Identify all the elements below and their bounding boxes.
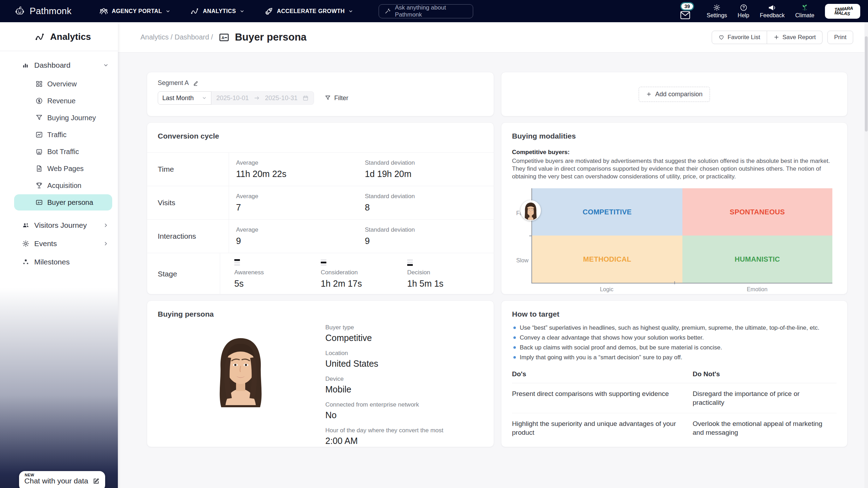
- metric-row-stage: Stage Awareness 5s Consideration 1h 2m 1…: [147, 253, 494, 294]
- quadrant-label: SPONTANEOUS: [730, 208, 785, 216]
- settings-button[interactable]: Settings: [707, 4, 727, 19]
- sidebar-item-label: Dashboard: [34, 61, 98, 69]
- stage-value: 5s: [234, 279, 321, 289]
- average-value: 7: [236, 202, 365, 213]
- card-title: Conversion cycle: [147, 123, 494, 140]
- card-title: How to target: [512, 310, 837, 318]
- stage-awareness: Awareness 5s: [234, 259, 321, 289]
- persona-fields: Buyer type Competitive Location United S…: [325, 324, 444, 447]
- trophy-icon: [35, 182, 43, 189]
- breadcrumb-path[interactable]: Analytics / Dashboard /: [140, 33, 213, 41]
- metric-label: Interactions: [147, 220, 229, 253]
- people-icon: [22, 221, 30, 229]
- mail-icon: [680, 11, 691, 19]
- sidebar-item-web-pages[interactable]: Web Pages: [14, 160, 112, 177]
- sidebar-item-overview[interactable]: Overview: [14, 76, 112, 92]
- sidebar-item-buying-journey[interactable]: Buying Journey: [14, 110, 112, 126]
- favorite-list-button[interactable]: Favorite List: [712, 31, 767, 44]
- sidebar-item-label: Milestones: [34, 258, 109, 266]
- field-value: No: [325, 410, 444, 420]
- add-comparison-button[interactable]: Add comparision: [639, 87, 710, 102]
- nav-menu-analytics[interactable]: ANALYTICS: [190, 7, 245, 16]
- date-range-input[interactable]: 2025-10-01 2025-10-31: [211, 91, 314, 105]
- org-account-logo[interactable]: TAMARA MALAS: [825, 4, 860, 19]
- x-axis-label-logic: Logic: [531, 286, 682, 293]
- page-title: Buyer persona: [235, 31, 307, 43]
- sidebar-item-events[interactable]: Events: [0, 234, 118, 253]
- chevron-right-icon: [103, 222, 109, 228]
- help-icon: [740, 4, 747, 11]
- main-content: Analytics / Dashboard / A Buyer persona …: [118, 22, 868, 488]
- donts-header: Do Not's: [693, 370, 837, 378]
- help-button[interactable]: Help: [738, 4, 749, 19]
- chat-with-data-button[interactable]: NEW Chat with your data: [19, 471, 105, 488]
- stage-consideration: Consideration 1h 2m 17s: [321, 259, 407, 289]
- scrollbar-thumb[interactable]: [865, 36, 868, 132]
- edit-pencil-icon[interactable]: [193, 80, 199, 86]
- average-value: 11h 20m 22s: [236, 169, 365, 179]
- x-axis-tick: [674, 281, 675, 284]
- stage-value: 1h 5m 1s: [407, 279, 494, 289]
- stage-label: Decision: [407, 269, 494, 276]
- sidebar-item-traffic[interactable]: Traffic: [14, 127, 112, 143]
- metric-label: Time: [147, 153, 229, 186]
- average-label: Average: [236, 193, 365, 200]
- metric-label: Visits: [147, 186, 229, 219]
- targeting-tip: Convey a clear advantage that shows how …: [512, 334, 837, 341]
- sidebar-item-bot-traffic[interactable]: Bot Traffic: [14, 144, 112, 160]
- feedback-button[interactable]: Feedback: [760, 4, 785, 19]
- sidebar-item-acquisition[interactable]: Acquisition: [14, 177, 112, 194]
- sidebar-item-dashboard[interactable]: Dashboard: [0, 56, 118, 74]
- period-select[interactable]: Last Month: [158, 91, 211, 105]
- stage-bottom-bar-icon: [407, 259, 494, 266]
- ask-anything-input[interactable]: Ask anything about Pathmonk: [379, 4, 473, 18]
- sidebar-item-buyer-persona[interactable]: A Buyer persona: [14, 194, 112, 211]
- growth-rocket-icon: [264, 7, 273, 16]
- chevron-right-icon: [103, 241, 109, 246]
- conversion-cycle-card: Conversion cycle Time Average 11h 20m 22…: [147, 122, 494, 294]
- std-deviation-value: 8: [365, 202, 494, 213]
- sidebar-item-milestones[interactable]: Milestones: [0, 253, 118, 271]
- dont-cell: Overlook the emotional appeal of marketi…: [693, 419, 837, 437]
- sidebar-title: Analytics: [0, 22, 118, 51]
- pathmonk-robot-logo-icon: [14, 6, 25, 17]
- field-label: Buyer type: [325, 324, 444, 331]
- targeting-tip: Use “best” superlatives in headlines, su…: [512, 324, 837, 331]
- average-label: Average: [236, 159, 365, 166]
- date-from: 2025-10-01: [216, 94, 249, 102]
- field-label: Device: [325, 376, 444, 383]
- page-actions: Favorite List Save Report Print: [712, 31, 853, 44]
- field-value: Mobile: [325, 384, 444, 395]
- field-label: Connected from enterprise network: [325, 401, 444, 408]
- climate-button[interactable]: Climate: [795, 4, 814, 19]
- table-row: Present direct comparisons with supporti…: [512, 383, 837, 413]
- plant-icon: [801, 4, 809, 11]
- print-button[interactable]: Print: [827, 31, 853, 44]
- funnel-icon: [325, 95, 331, 101]
- sidebar-item-revenue[interactable]: Revenue: [14, 93, 112, 109]
- filter-button[interactable]: Filter: [325, 94, 348, 102]
- notifications-button[interactable]: 39: [680, 3, 696, 19]
- persona-photo: [207, 333, 274, 407]
- targeting-tip: Imply that going with you is a “smart de…: [512, 354, 837, 361]
- nav-menu-accelerate-growth[interactable]: ACCELERATE GROWTH: [264, 7, 353, 16]
- sidebar-item-visitors-journey[interactable]: Visitors Journey: [0, 216, 118, 234]
- stage-decision: Decision 1h 5m 1s: [407, 259, 494, 289]
- nav-menu-label: ANALYTICS: [203, 8, 236, 14]
- line-chart-icon: [35, 131, 43, 139]
- card-title: Buying persona: [158, 310, 483, 318]
- field-value: 2:00 AM: [325, 436, 444, 446]
- sidebar-item-label: Acquisition: [47, 182, 82, 190]
- brand[interactable]: Pathmonk: [14, 6, 72, 17]
- y-axis-tick: [529, 236, 532, 236]
- scrollbar[interactable]: [864, 22, 868, 488]
- field-value: Competitive: [325, 333, 444, 343]
- nav-menu-agency-portal[interactable]: AGENCY PORTAL: [99, 7, 170, 16]
- quadrant-humanistic: HUMANISTIC: [682, 236, 833, 283]
- gear-icon: [22, 240, 30, 248]
- save-report-button[interactable]: Save Report: [767, 31, 823, 44]
- plus-icon: [646, 91, 652, 97]
- add-comparison-label: Add comparision: [655, 91, 703, 98]
- chevron-down-icon: [240, 9, 245, 14]
- field-value: United States: [325, 359, 444, 369]
